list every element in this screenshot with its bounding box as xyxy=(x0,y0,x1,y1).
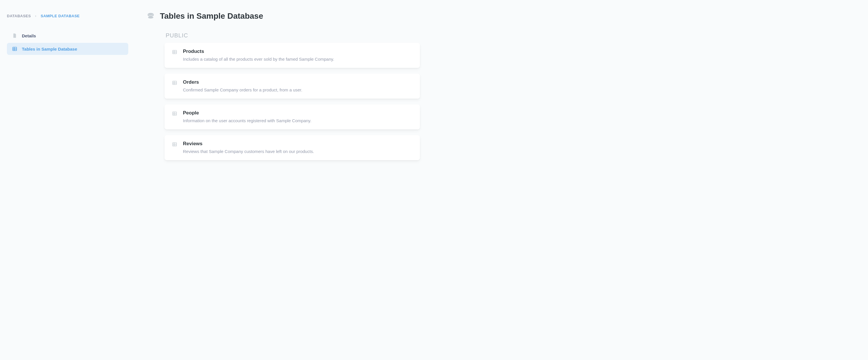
table-description: Includes a catalog of all the products e… xyxy=(183,56,412,62)
svg-rect-7 xyxy=(173,50,177,54)
table-card[interactable]: Reviews Reviews that Sample Company cust… xyxy=(164,135,420,160)
table-card[interactable]: Products Includes a catalog of all the p… xyxy=(164,43,420,68)
table-name: Reviews xyxy=(183,141,412,146)
sidebar-item-tables[interactable]: Tables in Sample Database xyxy=(7,43,128,55)
database-icon xyxy=(147,12,155,20)
table-card-body: Products Includes a catalog of all the p… xyxy=(183,48,412,62)
schema-name-label: PUBLIC xyxy=(166,32,420,39)
sidebar: Databases Sample Database Details Tabl xyxy=(0,0,135,360)
table-name: People xyxy=(183,110,412,116)
sidebar-item-label: Details xyxy=(22,33,36,38)
table-icon xyxy=(12,46,17,52)
table-description: Confirmed Sample Company orders for a pr… xyxy=(183,87,412,93)
table-description: Reviews that Sample Company customers ha… xyxy=(183,149,412,155)
table-icon xyxy=(172,50,177,55)
svg-rect-19 xyxy=(173,143,177,146)
table-icon xyxy=(172,111,177,116)
table-description: Information on the user accounts registe… xyxy=(183,118,412,124)
table-icon xyxy=(172,80,177,86)
table-card[interactable]: People Information on the user accounts … xyxy=(164,104,420,129)
document-icon xyxy=(12,33,17,38)
main-header: Tables in Sample Database xyxy=(147,11,857,21)
svg-point-5 xyxy=(148,14,154,17)
table-name: Orders xyxy=(183,79,412,85)
table-card-body: People Information on the user accounts … xyxy=(183,110,412,124)
breadcrumb-root-link[interactable]: Databases xyxy=(7,14,31,18)
main-content: Tables in Sample Database PUBLIC Product… xyxy=(135,0,868,360)
breadcrumb: Databases Sample Database xyxy=(7,14,128,18)
table-name: Products xyxy=(183,48,412,54)
tables-list-wrap: PUBLIC Products Includes a catalog of al… xyxy=(147,32,420,160)
table-card[interactable]: Orders Confirmed Sample Company orders f… xyxy=(164,74,420,99)
sidebar-item-details[interactable]: Details xyxy=(7,30,128,42)
page-root: Databases Sample Database Details Tabl xyxy=(0,0,868,360)
breadcrumb-current-link[interactable]: Sample Database xyxy=(40,14,80,18)
sidebar-item-label: Tables in Sample Database xyxy=(22,46,77,52)
table-icon xyxy=(172,142,177,147)
svg-rect-0 xyxy=(13,47,17,51)
page-title: Tables in Sample Database xyxy=(160,11,263,21)
table-card-body: Reviews Reviews that Sample Company cust… xyxy=(183,141,412,155)
chevron-right-icon xyxy=(34,15,37,18)
svg-rect-11 xyxy=(173,81,177,85)
svg-point-6 xyxy=(148,17,154,19)
table-card-body: Orders Confirmed Sample Company orders f… xyxy=(183,79,412,93)
svg-rect-15 xyxy=(173,112,177,115)
